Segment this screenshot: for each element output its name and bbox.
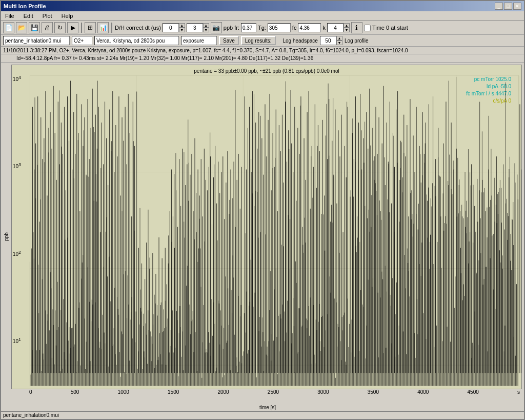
- x-tick-end: s: [517, 389, 520, 395]
- save-button[interactable]: Save: [219, 36, 239, 45]
- top-annotation: Id=-58.4:12.8pA fr= 0.37 t= 0.43ms st= 2…: [16, 55, 313, 61]
- s-input[interactable]: [187, 23, 203, 32]
- log-profile-label: Log profile: [345, 38, 369, 44]
- s-down[interactable]: ▼: [203, 28, 209, 32]
- plot-container: ppb pentane = 33 ppb±0.00 ppb, ~±21 ppb …: [1, 63, 524, 411]
- log-headspace-label: Log headspace: [283, 38, 318, 44]
- chart-icon[interactable]: 📊: [97, 22, 109, 33]
- chart-inner[interactable]: pentane = 33 ppb±0.00 ppb, ~±21 ppb (0.8…: [11, 65, 522, 389]
- exposure-input[interactable]: [181, 36, 217, 45]
- plot-annotation: Id=-58.4:12.8pA fr= 0.37 t= 0.43ms st= 2…: [1, 54, 524, 63]
- status-text: pentane_inhalation0.mui: [3, 412, 59, 418]
- s-spinner[interactable]: ▲ ▼: [187, 23, 209, 32]
- log-profile-input[interactable]: [320, 36, 336, 45]
- title-bar-buttons: _ □ ✕: [495, 3, 521, 10]
- main-window: Multi Ion Profile _ □ ✕ File Edit Plot H…: [0, 0, 525, 420]
- ion-input[interactable]: [72, 36, 92, 45]
- maximize-button[interactable]: □: [504, 3, 512, 10]
- fc-input[interactable]: [298, 23, 321, 32]
- fr-label: fr:: [234, 25, 239, 31]
- grid-icon[interactable]: ⊞: [85, 22, 96, 33]
- x-axis-label: time [s]: [11, 405, 524, 411]
- tg-label: Tg:: [258, 25, 266, 31]
- x-tick-4500: 4500: [468, 389, 479, 395]
- correct-dt-input[interactable]: [163, 23, 179, 32]
- x-tick-2000: 2000: [217, 389, 229, 395]
- fr-input[interactable]: [241, 23, 256, 32]
- toolbar1: 📄 📂 💾 🖨 ↻ ▶ ⊞ 📊 D/H correct dt (us) ▲ ▼ …: [1, 21, 524, 35]
- window-title: Multi Ion Profile: [4, 3, 46, 9]
- info-bar: 11/10/2011 3:38:27 PM, O2+, Verca, Krist…: [1, 47, 524, 54]
- print-icon[interactable]: 🖨: [42, 22, 53, 33]
- play-icon[interactable]: ▶: [67, 22, 78, 33]
- time0-checkbox[interactable]: [364, 25, 371, 31]
- k-down[interactable]: ▼: [344, 28, 350, 32]
- time0-text: Time 0 at start: [372, 25, 408, 31]
- k-up[interactable]: ▲: [344, 23, 350, 28]
- correct-dt-up[interactable]: ▲: [179, 23, 185, 28]
- menu-bar: File Edit Plot Help: [1, 11, 524, 21]
- new-icon[interactable]: 📄: [3, 22, 14, 33]
- menu-edit[interactable]: Edit: [22, 12, 35, 19]
- close-button[interactable]: ✕: [513, 3, 521, 10]
- x-tick-1000: 1000: [118, 389, 129, 395]
- x-tick-1500: 1500: [168, 389, 179, 395]
- tg-input[interactable]: [268, 23, 291, 32]
- save-toolbar-icon[interactable]: 💾: [29, 22, 40, 33]
- log-profile-down[interactable]: ▼: [336, 41, 342, 45]
- log-results-label: Log results:: [245, 38, 272, 44]
- status-bar: pentane_inhalation0.mui: [1, 411, 524, 419]
- y-axis-label: ppb: [1, 63, 11, 411]
- s-up[interactable]: ▲: [203, 23, 209, 28]
- x-tick-3500: 3500: [368, 389, 379, 395]
- x-tick-0: 0: [29, 389, 32, 395]
- log-results-button[interactable]: Log results:: [241, 36, 276, 45]
- x-tick-4000: 4000: [417, 389, 429, 395]
- k-label: k: [322, 25, 326, 31]
- chart-wrapper: pentane = 33 ppb±0.00 ppb, ~±21 ppb (0.8…: [11, 63, 524, 411]
- minimize-button[interactable]: _: [495, 3, 503, 10]
- fc-toolbar-label: fc: [292, 25, 297, 31]
- open-icon[interactable]: 📂: [16, 22, 27, 33]
- chart-overlay: [12, 65, 521, 389]
- x-tick-500: 500: [71, 389, 79, 395]
- correct-dt-down[interactable]: ▼: [179, 28, 185, 32]
- camera-icon[interactable]: 📷: [211, 22, 222, 33]
- correct-dt-label: correct dt (us): [126, 25, 161, 31]
- menu-plot[interactable]: Plot: [41, 12, 54, 19]
- menu-help[interactable]: Help: [59, 12, 75, 19]
- k-spinner[interactable]: ▲ ▼: [327, 23, 350, 32]
- separator1: [81, 23, 82, 33]
- k-input[interactable]: [327, 23, 344, 32]
- x-axis: 0 500 1000 1500 2000 2500 3000 3500 4000…: [11, 389, 522, 405]
- menu-file[interactable]: File: [3, 12, 16, 19]
- ppb-label: ppb: [224, 25, 233, 31]
- filename-input[interactable]: [3, 36, 70, 45]
- refresh-icon[interactable]: ↻: [54, 22, 66, 33]
- title-bar: Multi Ion Profile _ □ ✕: [1, 1, 524, 11]
- user-input[interactable]: [94, 36, 179, 45]
- separator2: [111, 23, 112, 33]
- log-profile-spinner[interactable]: ▲ ▼: [320, 36, 342, 45]
- info-icon[interactable]: ℹ: [351, 22, 362, 33]
- time0-label[interactable]: Time 0 at start: [364, 25, 408, 31]
- correct-dt-spinner[interactable]: ▲ ▼: [163, 23, 185, 32]
- plot-area: Id=-58.4:12.8pA fr= 0.37 t= 0.43ms st= 2…: [1, 54, 524, 411]
- toolbar2: Save Log results: Log headspace ▲ ▼ Log …: [1, 35, 524, 47]
- dh-label: D/H: [115, 25, 125, 31]
- x-tick-2500: 2500: [268, 389, 279, 395]
- info-text: 11/10/2011 3:38:27 PM, O2+, Verca, Krist…: [3, 48, 408, 53]
- log-profile-up[interactable]: ▲: [336, 36, 342, 41]
- x-tick-3000: 3000: [317, 389, 329, 395]
